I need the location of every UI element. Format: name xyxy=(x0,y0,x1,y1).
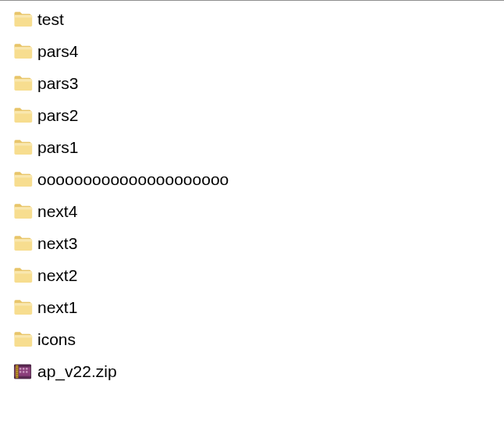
file-list: test pars4 pars3 pars2 pars1 ooooooooooo… xyxy=(0,0,504,387)
svg-rect-16 xyxy=(16,370,17,371)
folder-icon xyxy=(12,41,33,62)
folder-icon xyxy=(12,169,33,190)
folder-icon xyxy=(12,201,33,222)
folder-icon xyxy=(12,105,33,126)
folder-icon xyxy=(11,136,34,159)
folder-icon xyxy=(11,200,34,223)
folder-icon xyxy=(11,104,34,127)
file-name: icons xyxy=(37,331,76,347)
archive-icon xyxy=(12,361,33,382)
file-name: next2 xyxy=(37,267,77,283)
file-name: next1 xyxy=(37,299,77,315)
folder-icon xyxy=(12,137,33,158)
file-row[interactable]: pars2 xyxy=(0,99,504,131)
file-name: pars3 xyxy=(37,75,79,91)
svg-rect-9 xyxy=(20,371,21,372)
file-name: pars1 xyxy=(37,139,79,155)
folder-icon xyxy=(11,264,34,287)
svg-rect-10 xyxy=(23,371,24,372)
svg-rect-15 xyxy=(16,368,17,368)
svg-rect-7 xyxy=(26,368,27,369)
folder-icon xyxy=(11,328,34,351)
file-name: pars4 xyxy=(37,43,79,59)
folder-icon xyxy=(11,40,34,63)
file-name: test xyxy=(37,11,64,27)
file-row[interactable]: test xyxy=(0,3,504,35)
file-row[interactable]: pars1 xyxy=(0,131,504,163)
file-name: next3 xyxy=(37,235,77,251)
folder-icon xyxy=(11,72,34,95)
folder-icon xyxy=(12,233,33,254)
svg-rect-19 xyxy=(16,376,17,376)
file-row[interactable]: ooooooooooooooooooooo xyxy=(0,163,504,195)
folder-icon xyxy=(11,232,34,255)
file-name: next4 xyxy=(37,203,77,219)
folder-icon xyxy=(11,168,34,191)
folder-icon xyxy=(11,8,34,31)
folder-icon xyxy=(12,329,33,350)
file-name: ooooooooooooooooooooo xyxy=(37,171,229,187)
archive-icon xyxy=(11,360,34,383)
folder-icon xyxy=(12,9,33,30)
folder-icon xyxy=(12,73,33,94)
file-row[interactable]: next3 xyxy=(0,227,504,259)
svg-rect-14 xyxy=(16,366,17,367)
file-row[interactable]: next2 xyxy=(0,259,504,291)
svg-rect-5 xyxy=(20,368,21,369)
svg-rect-11 xyxy=(26,371,27,372)
svg-rect-18 xyxy=(16,374,17,375)
svg-rect-17 xyxy=(16,372,17,372)
file-name: pars2 xyxy=(37,107,79,123)
file-row[interactable]: pars3 xyxy=(0,67,504,99)
folder-icon xyxy=(12,297,33,318)
file-row[interactable]: icons xyxy=(0,323,504,355)
svg-rect-6 xyxy=(23,368,24,369)
file-row[interactable]: ap_v22.zip xyxy=(0,355,504,387)
folder-icon xyxy=(11,296,34,319)
file-name: ap_v22.zip xyxy=(37,363,117,379)
file-row[interactable]: next4 xyxy=(0,195,504,227)
file-row[interactable]: next1 xyxy=(0,291,504,323)
file-row[interactable]: pars4 xyxy=(0,35,504,67)
folder-icon xyxy=(12,265,33,286)
